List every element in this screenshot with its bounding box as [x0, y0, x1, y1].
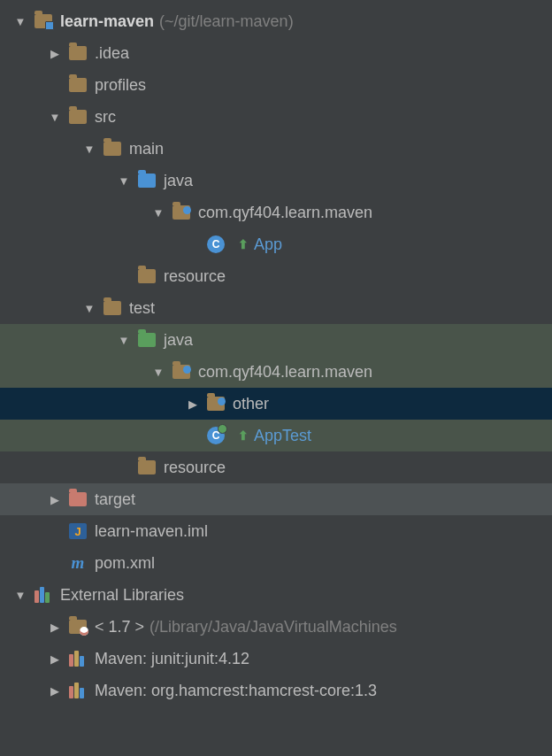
- node-label: AppTest: [254, 427, 311, 445]
- tree-node-iml[interactable]: J learn-maven.iml: [0, 515, 552, 547]
- tree-node-root[interactable]: ▼ learn-maven (~/git/learn-maven): [0, 5, 552, 37]
- node-label: Maven: org.hamcrest:hamcrest-core:1.3: [95, 682, 377, 700]
- collapse-arrow-icon[interactable]: ▶: [49, 684, 61, 698]
- node-label: < 1.7 >: [95, 618, 144, 636]
- collapse-arrow-icon[interactable]: ▶: [49, 652, 61, 666]
- module-folder-icon: [34, 12, 53, 31]
- expand-arrow-icon[interactable]: ▼: [83, 302, 96, 315]
- collapse-arrow-icon[interactable]: ▶: [187, 397, 199, 411]
- node-label: other: [233, 395, 269, 413]
- node-label: learn-maven: [60, 12, 154, 31]
- tree-node-test-package[interactable]: ▼ com.qyf404.learn.maven: [0, 356, 552, 388]
- tree-node-profiles[interactable]: profiles: [0, 69, 552, 101]
- collapse-arrow-icon[interactable]: ▶: [49, 621, 61, 634]
- tree-node-external-libs[interactable]: ▼ External Libraries: [0, 579, 552, 611]
- node-label: test: [129, 299, 155, 318]
- node-label: resource: [164, 459, 226, 477]
- package-icon: [172, 203, 191, 222]
- tree-node-main-java[interactable]: ▼ java: [0, 165, 552, 197]
- project-tree: ▼ learn-maven (~/git/learn-maven) ▶ .ide…: [0, 0, 552, 706]
- node-path: (~/git/learn-maven): [159, 12, 294, 31]
- tree-node-other[interactable]: ▶ other: [0, 388, 552, 420]
- expand-arrow-icon[interactable]: ▼: [83, 143, 96, 156]
- node-label: target: [95, 490, 135, 509]
- tree-node-test-java[interactable]: ▼ java: [0, 324, 552, 356]
- library-icon: [68, 649, 88, 668]
- node-label: .idea: [95, 44, 129, 63]
- runnable-icon: ⬆: [238, 237, 249, 251]
- jdk-icon: [68, 617, 88, 636]
- node-label: com.qyf404.learn.maven: [198, 204, 372, 222]
- test-folder-icon: [137, 330, 157, 350]
- node-label: Maven: junit:junit:4.12: [95, 650, 249, 668]
- tree-node-apptest-class[interactable]: C ⬆ AppTest: [0, 420, 552, 451]
- runnable-icon: ⬆: [238, 428, 249, 443]
- node-path: (/Library/Java/JavaVirtualMachines: [150, 618, 397, 636]
- tree-node-main-package[interactable]: ▼ com.qyf404.learn.maven: [0, 197, 552, 228]
- expand-arrow-icon[interactable]: ▼: [118, 174, 130, 188]
- package-icon: [172, 362, 191, 382]
- source-folder-icon: [137, 171, 157, 190]
- folder-icon: [68, 107, 88, 127]
- folder-icon: [68, 43, 88, 63]
- collapse-arrow-icon[interactable]: ▶: [49, 493, 61, 506]
- node-label: pom.xml: [95, 554, 155, 573]
- package-icon: [206, 394, 226, 413]
- folder-icon: [137, 458, 157, 477]
- node-label: java: [164, 172, 193, 190]
- tree-node-app-class[interactable]: C ⬆ App: [0, 228, 552, 260]
- collapse-arrow-icon[interactable]: ▶: [49, 47, 61, 60]
- tree-node-test-resource[interactable]: resource: [0, 451, 552, 483]
- node-label: java: [164, 331, 193, 350]
- expand-arrow-icon[interactable]: ▼: [49, 111, 61, 124]
- expand-arrow-icon[interactable]: ▼: [14, 15, 27, 28]
- node-label: resource: [164, 267, 226, 286]
- tree-node-test[interactable]: ▼ test: [0, 292, 552, 324]
- node-label: profiles: [95, 76, 146, 95]
- tree-node-target[interactable]: ▶ target: [0, 483, 552, 515]
- tree-node-idea[interactable]: ▶ .idea: [0, 37, 552, 69]
- node-label: App: [254, 235, 282, 254]
- class-icon: C: [206, 235, 226, 254]
- excluded-folder-icon: [68, 490, 88, 509]
- folder-icon: [103, 139, 122, 158]
- expand-arrow-icon[interactable]: ▼: [152, 206, 165, 220]
- iml-file-icon: J: [68, 521, 88, 541]
- node-label: learn-maven.iml: [95, 522, 208, 541]
- libraries-icon: [34, 585, 53, 605]
- node-label: src: [95, 108, 116, 127]
- tree-node-jdk[interactable]: ▶ < 1.7 > (/Library/Java/JavaVirtualMach…: [0, 611, 552, 643]
- maven-file-icon: m: [68, 553, 88, 573]
- expand-arrow-icon[interactable]: ▼: [14, 589, 27, 602]
- tree-node-main-resource[interactable]: resource: [0, 260, 552, 292]
- folder-icon: [68, 75, 88, 95]
- folder-icon: [137, 266, 157, 286]
- tree-node-main[interactable]: ▼ main: [0, 133, 552, 165]
- tree-node-lib-hamcrest[interactable]: ▶ Maven: org.hamcrest:hamcrest-core:1.3: [0, 675, 552, 706]
- tree-node-lib-junit[interactable]: ▶ Maven: junit:junit:4.12: [0, 643, 552, 675]
- library-icon: [68, 681, 88, 700]
- expand-arrow-icon[interactable]: ▼: [118, 334, 130, 347]
- node-label: main: [129, 140, 164, 158]
- folder-icon: [103, 298, 122, 318]
- test-class-icon: C: [206, 426, 226, 445]
- tree-node-pom[interactable]: m pom.xml: [0, 547, 552, 579]
- node-label: External Libraries: [60, 586, 184, 605]
- expand-arrow-icon[interactable]: ▼: [152, 366, 165, 379]
- tree-node-src[interactable]: ▼ src: [0, 101, 552, 133]
- node-label: com.qyf404.learn.maven: [198, 363, 372, 382]
